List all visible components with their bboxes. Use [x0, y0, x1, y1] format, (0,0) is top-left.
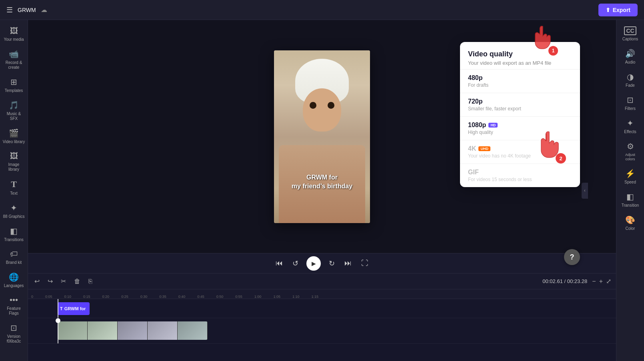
sidebar-item-effects[interactable]: ✦ Effects — [618, 115, 643, 138]
hamburger-menu[interactable]: ☰ — [6, 6, 13, 14]
sidebar-item-audio[interactable]: 🔊 Audio — [618, 46, 643, 68]
skip-forward-button[interactable]: ⏭ — [343, 257, 353, 269]
sidebar-item-music-sfx[interactable]: 🎵 Music & SFX — [1, 97, 27, 124]
record-icon: 📹 — [9, 49, 19, 59]
sidebar-item-label: Transition — [622, 203, 639, 208]
sidebar-item-transition[interactable]: ◧ Transition — [618, 189, 643, 211]
play-button[interactable]: ▶ — [306, 256, 321, 271]
sidebar-item-label: Audio — [625, 60, 636, 65]
sidebar-item-languages[interactable]: 🌐 Languages — [1, 269, 27, 291]
quality-option-4k[interactable]: 4K UHD Your video has no 4K footage — [460, 140, 580, 164]
fullscreen-button[interactable]: ⛶ — [360, 257, 370, 269]
sidebar-item-speed[interactable]: ⚡ Speed — [618, 166, 643, 188]
ruler-mark: 1:15 — [311, 295, 330, 299]
sidebar-item-feature-flags[interactable]: ••• Feature Flags — [1, 292, 27, 319]
sidebar-item-brand-kit[interactable]: 🏷 Brand kit — [1, 246, 27, 268]
sidebar-item-graphics[interactable]: ✦ 88 Graphics — [1, 200, 27, 222]
ruler-mark: 0:40 — [178, 295, 198, 299]
music-icon: 🎵 — [9, 100, 19, 110]
ruler-mark: 0:35 — [159, 295, 178, 299]
video-thumb-5 — [178, 321, 208, 340]
ruler-mark: 0:20 — [102, 295, 122, 299]
quality-option-720p[interactable]: 720p Smaller file, faster export — [460, 93, 580, 116]
ruler-mark: 0:30 — [140, 295, 160, 299]
sidebar-item-label: Version f06ba3c — [3, 334, 25, 344]
redo-button[interactable]: ↪ — [46, 277, 54, 286]
sidebar-item-captions[interactable]: CC Captions — [618, 23, 643, 45]
popup-subtitle: Your video will export as an MP4 file — [468, 60, 572, 66]
sidebar-item-label: Feature Flags — [3, 306, 25, 316]
quality-desc-1080p: High quality — [468, 130, 572, 135]
rewind-button[interactable]: ↺ — [291, 257, 300, 269]
video-thumb-1 — [58, 321, 88, 340]
sidebar-item-filters[interactable]: ⊡ Filters — [618, 92, 643, 114]
text-icon: T — [11, 179, 17, 189]
undo-button[interactable]: ↩ — [33, 277, 41, 286]
sidebar-item-templates[interactable]: ⊞ Templates — [1, 74, 27, 96]
video-controls: ⏮ ↺ ▶ ↻ ⏭ ⛶ — [28, 253, 616, 273]
zoom-out-button[interactable]: − — [592, 278, 596, 285]
sidebar-item-your-media[interactable]: 🖼 Your media — [1, 23, 27, 45]
sidebar-item-fade[interactable]: ◑ Fade — [618, 69, 643, 91]
transition-icon: ◧ — [626, 192, 634, 201]
timeline-tracks: T GRWM for — [28, 299, 616, 361]
help-button[interactable]: ? — [564, 249, 580, 265]
text-track-icon: T — [60, 306, 63, 311]
image-library-icon: 🖼 — [10, 152, 18, 161]
sidebar-item-label: Adjustcolors — [625, 153, 635, 162]
project-title[interactable]: GRWM — [18, 7, 36, 13]
text-track-label: GRWM for — [64, 306, 86, 311]
templates-icon: ⊞ — [10, 77, 17, 87]
text-track[interactable]: T GRWM for — [58, 302, 90, 315]
effects-icon: ✦ — [627, 118, 634, 128]
sidebar-item-transitions[interactable]: ◧ Transitions — [1, 223, 27, 245]
quality-name-gif: GIF — [468, 169, 572, 176]
speed-icon: ⚡ — [625, 169, 635, 178]
forward-button[interactable]: ↻ — [327, 257, 336, 269]
export-label: Export — [613, 7, 630, 13]
quality-option-gif[interactable]: GIF For videos 15 seconds or less — [460, 164, 580, 187]
sidebar-item-image-library[interactable]: 🖼 Image library — [1, 148, 27, 175]
video-thumb-2 — [88, 321, 118, 340]
export-button[interactable]: ⬆ Export — [598, 4, 638, 16]
zoom-in-button[interactable]: + — [599, 278, 603, 285]
sidebar-item-label: Templates — [5, 88, 23, 93]
ruler-mark: 0:50 — [216, 295, 236, 299]
sidebar-item-color[interactable]: 🎨 Color — [618, 212, 643, 234]
sidebar-item-label: 88 Graphics — [3, 214, 25, 219]
sidebar-item-version[interactable]: ⊡ Version f06ba3c — [1, 320, 27, 347]
expand-button[interactable]: ⤢ — [606, 277, 611, 285]
delete-button[interactable]: 🗑 — [72, 277, 82, 286]
sidebar-item-video-library[interactable]: 🎬 Video library — [1, 125, 27, 148]
skip-back-button[interactable]: ⏮ — [274, 257, 284, 269]
editor-area: GRWM for my friend's birthday ⏮ ↺ ▶ ↻ ⏭ … — [28, 20, 616, 361]
sidebar-item-record-create[interactable]: 📹 Record &create — [1, 46, 27, 73]
quality-option-1080p[interactable]: 1080p HD High quality — [460, 116, 580, 140]
audio-icon: 🔊 — [625, 49, 635, 58]
captions-icon: CC — [624, 26, 636, 35]
quality-option-480p[interactable]: 480p For drafts — [460, 69, 580, 93]
timeline-ruler: 0 0:05 0:10 0:15 0:20 0:25 0:30 0:35 0:4… — [28, 289, 616, 299]
sidebar-item-adjust-colors[interactable]: ⚙ Adjustcolors — [618, 138, 643, 165]
sidebar-item-label: Brand kit — [6, 260, 22, 265]
ruler-mark: 0:15 — [83, 295, 102, 299]
right-panel-collapse[interactable]: ‹ — [582, 183, 588, 199]
quality-desc-720p: Smaller file, faster export — [468, 106, 572, 112]
sidebar-item-text[interactable]: T Text — [1, 176, 27, 199]
cut-button[interactable]: ✂ — [59, 277, 68, 286]
video-track-row — [28, 318, 616, 344]
your-media-icon: 🖼 — [10, 26, 18, 36]
timeline-toolbar: ↩ ↪ ✂ 🗑 ⎘ 00:02.61 / 00:23.28 − + ⤢ — [28, 273, 616, 289]
video-track[interactable] — [58, 321, 208, 340]
main-content: 🖼 Your media 📹 Record &create ⊞ Template… — [0, 20, 644, 361]
sidebar-item-label: Filters — [625, 106, 636, 111]
playhead-video — [58, 318, 58, 343]
ruler-mark: 0 — [31, 295, 45, 299]
sidebar-item-label: Transitions — [4, 237, 24, 242]
video-library-icon: 🎬 — [9, 128, 19, 138]
filters-icon: ⊡ — [627, 95, 634, 105]
duplicate-button[interactable]: ⎘ — [87, 277, 94, 286]
hd-badge: HD — [488, 123, 498, 128]
ruler-mark: 0:55 — [235, 295, 254, 299]
sidebar-item-label: Your media — [4, 37, 24, 42]
